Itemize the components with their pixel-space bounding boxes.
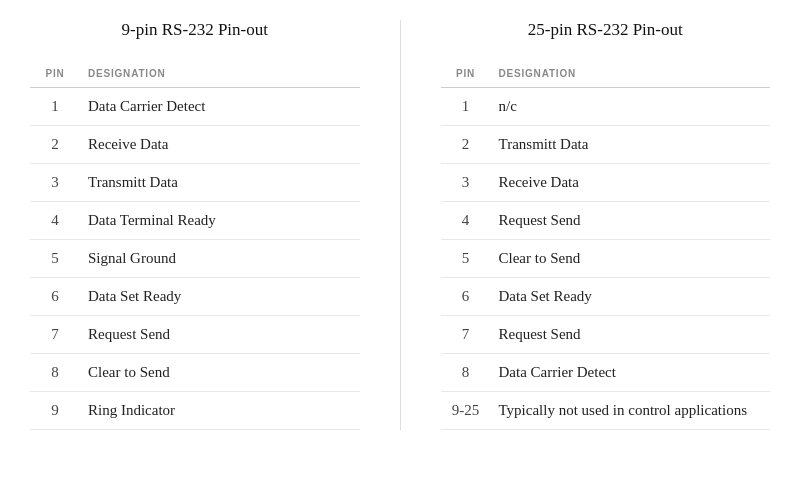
section-divider — [400, 20, 401, 430]
pin-designation: Data Carrier Detect — [80, 88, 360, 126]
pin-designation: Receive Data — [491, 164, 771, 202]
table-row: 7 Request Send — [441, 316, 771, 354]
pin-designation: Data Set Ready — [80, 278, 360, 316]
table-row: 3 Transmitt Data — [30, 164, 360, 202]
table-row: 2 Transmitt Data — [441, 126, 771, 164]
twenty-five-pin-header-row: PIN DESIGNATION — [441, 62, 771, 88]
pin-number: 4 — [30, 202, 80, 240]
twenty-five-designation-col-header: DESIGNATION — [491, 62, 771, 88]
table-row: 4 Data Terminal Ready — [30, 202, 360, 240]
pin-designation: Request Send — [80, 316, 360, 354]
table-row: 8 Clear to Send — [30, 354, 360, 392]
pin-number: 8 — [441, 354, 491, 392]
twenty-five-pin-section: 25-pin RS-232 Pin-out PIN DESIGNATION 1 … — [441, 20, 771, 430]
pin-designation: Receive Data — [80, 126, 360, 164]
pin-designation: Clear to Send — [491, 240, 771, 278]
pin-designation: Data Terminal Ready — [80, 202, 360, 240]
pin-number: 3 — [30, 164, 80, 202]
pin-number: 1 — [441, 88, 491, 126]
nine-pin-col-header: PIN — [30, 62, 80, 88]
pin-number: 5 — [441, 240, 491, 278]
page-container: 9-pin RS-232 Pin-out PIN DESIGNATION 1 D… — [30, 20, 770, 430]
pin-number: 2 — [441, 126, 491, 164]
table-row: 8 Data Carrier Detect — [441, 354, 771, 392]
pin-designation: Typically not used in control applicatio… — [491, 392, 771, 430]
table-row: 7 Request Send — [30, 316, 360, 354]
pin-number: 7 — [441, 316, 491, 354]
table-row: 4 Request Send — [441, 202, 771, 240]
table-row: 2 Receive Data — [30, 126, 360, 164]
pin-number: 1 — [30, 88, 80, 126]
pin-designation: Data Carrier Detect — [491, 354, 771, 392]
pin-designation: Request Send — [491, 316, 771, 354]
twenty-five-pin-col-header: PIN — [441, 62, 491, 88]
pin-number: 2 — [30, 126, 80, 164]
table-row: 3 Receive Data — [441, 164, 771, 202]
nine-pin-section: 9-pin RS-232 Pin-out PIN DESIGNATION 1 D… — [30, 20, 360, 430]
table-row: 6 Data Set Ready — [441, 278, 771, 316]
table-row: 9 Ring Indicator — [30, 392, 360, 430]
pin-number: 9-25 — [441, 392, 491, 430]
pin-number: 6 — [441, 278, 491, 316]
pin-number: 4 — [441, 202, 491, 240]
twenty-five-pin-table: PIN DESIGNATION 1 n/c 2 Transmitt Data 3… — [441, 62, 771, 430]
nine-designation-col-header: DESIGNATION — [80, 62, 360, 88]
table-row: 5 Clear to Send — [441, 240, 771, 278]
pin-designation: Transmitt Data — [80, 164, 360, 202]
table-row: 9-25 Typically not used in control appli… — [441, 392, 771, 430]
pin-designation: Data Set Ready — [491, 278, 771, 316]
nine-pin-table: PIN DESIGNATION 1 Data Carrier Detect 2 … — [30, 62, 360, 430]
pin-number: 9 — [30, 392, 80, 430]
pin-number: 6 — [30, 278, 80, 316]
pin-designation: Transmitt Data — [491, 126, 771, 164]
pin-number: 8 — [30, 354, 80, 392]
twenty-five-pin-title: 25-pin RS-232 Pin-out — [441, 20, 771, 40]
table-row: 1 n/c — [441, 88, 771, 126]
nine-pin-title: 9-pin RS-232 Pin-out — [30, 20, 360, 40]
pin-designation: Clear to Send — [80, 354, 360, 392]
table-row: 5 Signal Ground — [30, 240, 360, 278]
pin-number: 5 — [30, 240, 80, 278]
pin-designation: Request Send — [491, 202, 771, 240]
pin-designation: Signal Ground — [80, 240, 360, 278]
pin-number: 3 — [441, 164, 491, 202]
table-row: 1 Data Carrier Detect — [30, 88, 360, 126]
nine-pin-header-row: PIN DESIGNATION — [30, 62, 360, 88]
pin-number: 7 — [30, 316, 80, 354]
pin-designation: n/c — [491, 88, 771, 126]
pin-designation: Ring Indicator — [80, 392, 360, 430]
table-row: 6 Data Set Ready — [30, 278, 360, 316]
